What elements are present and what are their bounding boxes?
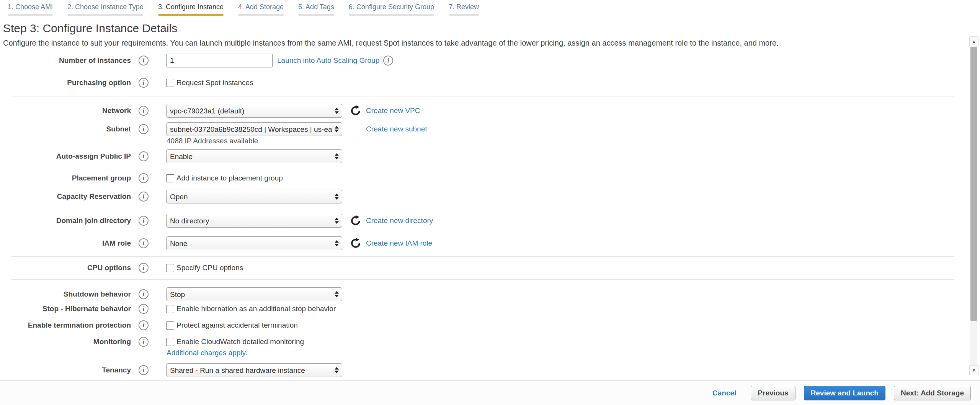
capacity-reservation-select[interactable]: Open: [166, 190, 342, 203]
cancel-link[interactable]: Cancel: [712, 389, 736, 397]
field-label: Purchasing option: [0, 79, 131, 87]
divider: [0, 49, 980, 49]
tab-add-storage[interactable]: 4. Add Storage: [238, 3, 284, 17]
info-icon[interactable]: i: [139, 304, 149, 314]
create-new-directory-link[interactable]: Create new directory: [366, 216, 433, 225]
enable-hibernation-checkbox[interactable]: [166, 305, 174, 313]
subnet-select[interactable]: subnet-03720a6b9c38250cd | Workspaces | …: [166, 122, 342, 136]
wizard-footer: Cancel Previous Review and Launch Next: …: [0, 380, 980, 405]
checkbox-label: Add instance to placement group: [176, 174, 283, 182]
enable-cloudwatch-detailed-monitoring-checkbox[interactable]: [166, 338, 174, 346]
domain-join-directory-select[interactable]: No directory: [166, 214, 342, 228]
info-icon[interactable]: i: [139, 337, 149, 347]
network-select[interactable]: vpc-c79023a1 (default): [166, 104, 342, 118]
tab-review[interactable]: 7. Review: [449, 3, 479, 17]
next-add-storage-button[interactable]: Next: Add Storage: [894, 386, 971, 400]
scroll-up-button[interactable]: ▲: [969, 36, 978, 46]
create-new-iam-role-link[interactable]: Create new IAM role: [366, 239, 432, 248]
tab-underline: [238, 14, 284, 16]
review-and-launch-button[interactable]: Review and Launch: [804, 386, 885, 400]
create-new-subnet-link[interactable]: Create new subnet: [366, 125, 427, 133]
info-icon[interactable]: i: [139, 151, 149, 161]
row-tenancy: Tenancy i Shared - Run a shared hardware…: [0, 363, 342, 377]
refresh-icon[interactable]: [350, 238, 361, 249]
add-instance-to-placement-group-checkbox[interactable]: [166, 174, 174, 182]
info-icon[interactable]: i: [139, 192, 149, 202]
field-label: CPU options: [0, 264, 131, 272]
row-cpu-options: CPU options i Specify CPU options: [0, 263, 243, 273]
checkbox-label: Request Spot instances: [176, 79, 253, 87]
refresh-icon[interactable]: [350, 105, 361, 116]
wizard-tab-bar: 1. Choose AMI 2. Choose Instance Type 3.…: [0, 0, 980, 17]
scroll-down-icon: ▼: [972, 368, 976, 372]
tab-choose-instance-type[interactable]: 2. Choose Instance Type: [67, 3, 144, 17]
request-spot-instances-checkbox[interactable]: [166, 79, 174, 87]
info-icon[interactable]: i: [139, 216, 149, 226]
row-placement-group: Placement group i Add instance to placem…: [0, 173, 283, 183]
tab-underline: [8, 14, 53, 16]
divider: [11, 97, 954, 97]
info-icon[interactable]: i: [139, 78, 149, 88]
info-icon[interactable]: i: [139, 289, 149, 299]
specify-cpu-options-checkbox[interactable]: [166, 264, 174, 272]
info-icon[interactable]: i: [139, 106, 149, 116]
checkbox-label: Protect against accidental termination: [176, 321, 298, 330]
tenancy-select[interactable]: Shared - Run a shared hardware instance: [166, 363, 342, 377]
number-of-instances-input[interactable]: [166, 54, 273, 67]
tab-underline: [349, 14, 434, 16]
info-icon[interactable]: i: [139, 320, 149, 330]
field-label: Placement group: [0, 174, 131, 182]
tab-label: 4. Add Storage: [238, 3, 284, 11]
row-subnet: Subnet i subnet-03720a6b9c38250cd | Work…: [0, 122, 427, 136]
divider: [11, 256, 954, 257]
row-shutdown-behavior: Shutdown behavior i Stop: [0, 287, 342, 301]
row-network: Network i vpc-c79023a1 (default) Create …: [0, 104, 420, 118]
field-label: Shutdown behavior: [0, 290, 131, 298]
iam-role-select[interactable]: None: [166, 236, 342, 250]
info-icon[interactable]: i: [139, 263, 149, 273]
scroll-down-button[interactable]: ▼: [969, 365, 978, 375]
field-label: Capacity Reservation: [0, 192, 131, 201]
field-label: Domain join directory: [0, 216, 131, 225]
shutdown-behavior-select[interactable]: Stop: [166, 287, 342, 301]
protect-against-accidental-termination-checkbox[interactable]: [166, 321, 174, 330]
divider: [11, 169, 954, 169]
tab-configure-instance[interactable]: 3. Configure Instance: [158, 3, 224, 17]
field-label: Auto-assign Public IP: [0, 152, 131, 161]
configure-instance-page: 1. Choose AMI 2. Choose Instance Type 3.…: [0, 0, 980, 405]
launch-into-auto-scaling-group-link[interactable]: Launch into Auto Scaling Group: [277, 56, 379, 65]
tab-configure-security-group[interactable]: 6. Configure Security Group: [349, 3, 434, 17]
info-icon[interactable]: i: [139, 365, 149, 375]
info-icon[interactable]: i: [139, 56, 149, 66]
info-icon[interactable]: i: [139, 238, 149, 248]
scroll-up-icon: ▲: [972, 39, 976, 44]
divider: [11, 209, 954, 209]
tab-underline: [298, 14, 334, 16]
field-label: Stop - Hibernate behavior: [0, 305, 131, 313]
tab-choose-ami[interactable]: 1. Choose AMI: [8, 3, 53, 17]
subnet-availability-note: 4088 IP Addresses available: [167, 137, 258, 145]
checkbox-label: Enable CloudWatch detailed monitoring: [176, 338, 304, 346]
field-label: Tenancy: [0, 366, 131, 374]
auto-assign-public-ip-select[interactable]: Enable: [166, 149, 342, 163]
info-icon[interactable]: i: [139, 173, 149, 183]
tab-underline: [67, 14, 144, 16]
tab-label: 7. Review: [449, 3, 479, 11]
previous-button[interactable]: Previous: [751, 386, 795, 400]
refresh-icon[interactable]: [350, 215, 361, 226]
page-title: Step 3: Configure Instance Details: [3, 22, 177, 35]
scrollbar-thumb[interactable]: [970, 47, 977, 321]
info-icon[interactable]: i: [139, 124, 149, 134]
additional-charges-apply-link[interactable]: Additional charges apply.: [167, 349, 247, 357]
checkbox-label: Specify CPU options: [176, 264, 243, 272]
info-icon[interactable]: i: [383, 56, 393, 66]
tab-label: 3. Configure Instance: [158, 3, 224, 11]
row-capacity-reservation: Capacity Reservation i Open: [0, 190, 342, 203]
divider: [11, 73, 954, 73]
create-new-vpc-link[interactable]: Create new VPC: [366, 107, 420, 115]
row-purchasing-option: Purchasing option i Request Spot instanc…: [0, 78, 253, 88]
tab-add-tags[interactable]: 5. Add Tags: [298, 3, 334, 17]
vertical-scrollbar: ▲ ▼: [969, 36, 978, 375]
tab-underline: [449, 14, 479, 16]
row-domain-join-directory: Domain join directory i No directory Cre…: [0, 214, 433, 228]
